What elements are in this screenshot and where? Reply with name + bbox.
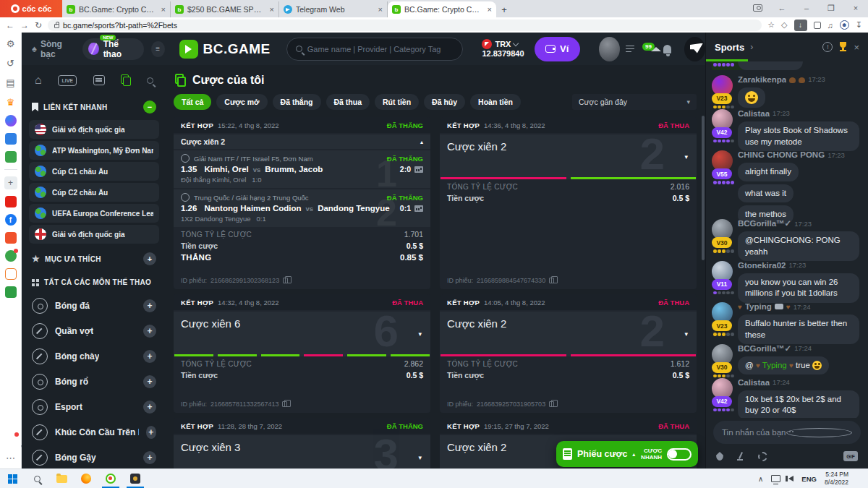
quick-link-item[interactable]: Giải vô địch quốc gia bbox=[29, 225, 159, 244]
download-active-icon[interactable]: ↓ bbox=[794, 20, 807, 31]
rain-icon[interactable] bbox=[716, 452, 723, 461]
filter-all[interactable]: Tất cả bbox=[174, 94, 211, 110]
reload-icon[interactable]: ↻ bbox=[35, 20, 42, 30]
chat-toggle-button[interactable] bbox=[684, 37, 705, 61]
cart-app-icon[interactable] bbox=[5, 268, 17, 280]
game-search-input[interactable]: Game name | Provider | Category Tag bbox=[286, 38, 464, 61]
restore-button[interactable]: ❐ bbox=[819, 0, 843, 16]
wallet-button[interactable]: Ví bbox=[535, 37, 580, 61]
quick-link-item[interactable]: Cúp C2 châu Âu bbox=[29, 183, 159, 202]
firefox-icon[interactable] bbox=[74, 469, 98, 488]
sidebar-item-baseball[interactable]: Bóng chày + bbox=[29, 343, 159, 369]
tab-close-icon[interactable]: × bbox=[378, 5, 383, 14]
tab-close-icon[interactable]: × bbox=[488, 5, 492, 14]
scrollbar[interactable] bbox=[702, 116, 705, 260]
add-favorite-button[interactable]: + bbox=[143, 252, 156, 265]
crown-icon[interactable]: ♛ bbox=[4, 95, 17, 108]
clock[interactable]: 5:24 PM8/4/2022 bbox=[825, 471, 848, 486]
messenger-icon[interactable] bbox=[5, 115, 17, 127]
filter-refund[interactable]: Hoàn tiền bbox=[470, 94, 521, 110]
taskbar-search-icon[interactable] bbox=[25, 469, 49, 488]
more-options-icon[interactable]: ⋯ bbox=[4, 451, 17, 464]
sidebar-item-esport[interactable]: Esport + bbox=[29, 394, 159, 419]
filter-open[interactable]: Cược mở bbox=[216, 94, 267, 110]
mention[interactable]: Typing bbox=[762, 361, 787, 369]
tab-close-icon[interactable]: × bbox=[270, 5, 274, 14]
shopping-app-icon[interactable] bbox=[5, 232, 17, 244]
chat-input[interactable]: Tin nhắn của bạn bbox=[713, 421, 861, 444]
sidebar-item-soccer[interactable]: Bóng đá + bbox=[29, 293, 159, 318]
tab-bcgame-1[interactable]: b BC.Game: Crypto Casino Gan × bbox=[62, 1, 171, 17]
expand-sport-button[interactable]: + bbox=[146, 426, 156, 439]
media-icon[interactable]: ♫ bbox=[827, 21, 833, 30]
games-icon[interactable] bbox=[5, 151, 17, 163]
bet-name-row[interactable]: Cược xiên 3 3 ▾ bbox=[174, 435, 430, 468]
quick-bet-toggle[interactable] bbox=[667, 448, 692, 461]
back-icon[interactable]: ← bbox=[6, 20, 14, 30]
expand-sport-button[interactable]: + bbox=[143, 451, 156, 464]
youtube-icon[interactable] bbox=[5, 196, 17, 207]
copy-icon[interactable] bbox=[549, 278, 554, 283]
bookmark-star-icon[interactable]: ☆ bbox=[767, 20, 775, 30]
bcgame-logo[interactable]: BC.GAME bbox=[179, 40, 271, 59]
expand-sport-button[interactable]: + bbox=[143, 299, 156, 312]
tray-expand-icon[interactable]: ∧ bbox=[758, 475, 763, 483]
sidebar-item-cricket[interactable]: Bóng Gậy + bbox=[29, 445, 159, 468]
copy-icon[interactable] bbox=[283, 278, 288, 283]
game-app-icon[interactable] bbox=[123, 469, 148, 488]
quick-link-item[interactable]: Giải vô địch quốc gia bbox=[29, 120, 159, 139]
sports-nav-button[interactable]: Thể thao NEW bbox=[82, 38, 143, 60]
trophy-icon[interactable] bbox=[838, 42, 848, 53]
profile-icon[interactable]: ☻ bbox=[840, 20, 849, 30]
network-icon[interactable] bbox=[771, 475, 780, 482]
copy-icon[interactable] bbox=[282, 401, 287, 407]
balance-selector[interactable]: TRX 12.8379840 bbox=[482, 39, 524, 59]
coccoc-brand-button[interactable]: cốc cốc bbox=[0, 0, 62, 17]
downloads-tray-icon[interactable]: ↧ bbox=[856, 20, 862, 30]
filter-cashout[interactable]: Rút tiền bbox=[375, 94, 419, 110]
volume-icon[interactable] bbox=[788, 476, 793, 481]
spreadsheet-app-icon[interactable] bbox=[5, 286, 17, 298]
expand-chevron-icon[interactable]: ▾ bbox=[418, 330, 422, 338]
expand-chevron-icon[interactable]: ▾ bbox=[684, 153, 688, 160]
sort-dropdown[interactable]: Cược gần đây▾ bbox=[572, 94, 697, 110]
chat-channel-label[interactable]: Sports bbox=[715, 42, 744, 53]
sidebar-item-basketball[interactable]: Bóng rổ + bbox=[29, 369, 159, 394]
stats-icon[interactable] bbox=[414, 205, 423, 212]
bet-name-row[interactable]: Cược xiên 6 6 ▾ bbox=[174, 312, 430, 356]
start-button[interactable] bbox=[0, 469, 25, 488]
url-field[interactable]: bc.game/sports?bt-path=%2Fbets bbox=[48, 20, 762, 31]
filter-won[interactable]: Đã thắng bbox=[273, 94, 321, 110]
expand-sport-button[interactable]: + bbox=[143, 401, 156, 414]
stats-icon[interactable] bbox=[414, 166, 423, 173]
expand-sport-button[interactable]: + bbox=[143, 350, 156, 363]
history-icon[interactable]: ↺ bbox=[4, 56, 17, 69]
shield-icon[interactable]: ◇ bbox=[781, 20, 787, 30]
tab-bcgame-promo[interactable]: b $250 BC.GAME SPORTS PARL × bbox=[171, 1, 279, 17]
betslip-button[interactable]: Phiếu cược ▴ CƯỢCNHANH bbox=[556, 441, 698, 467]
bet-name-row[interactable]: Cược xiên 2 2 ▾ bbox=[440, 312, 697, 356]
expand-chevron-icon[interactable]: ▾ bbox=[684, 330, 688, 338]
home-icon[interactable]: ⌂ bbox=[35, 74, 42, 87]
emoji-picker-icon[interactable] bbox=[786, 428, 852, 437]
facebook-icon[interactable]: f bbox=[5, 214, 17, 226]
close-button[interactable]: × bbox=[843, 0, 868, 16]
tab-close-icon[interactable]: × bbox=[161, 5, 166, 14]
promo-app-icon[interactable] bbox=[5, 250, 17, 262]
expand-sport-button[interactable]: + bbox=[143, 375, 156, 388]
collapse-quick-links-button[interactable]: − bbox=[143, 100, 156, 114]
filter-lost[interactable]: Đã thua bbox=[326, 94, 370, 110]
quick-link-item[interactable]: UEFA Europa Conference League bbox=[29, 204, 159, 223]
casino-nav-button[interactable]: ♠ Sòng bạc bbox=[32, 39, 72, 59]
sidebar-item-ice-hockey[interactable]: Khúc Côn Cầu Trên Băng + bbox=[29, 419, 159, 445]
extensions-icon[interactable] bbox=[814, 22, 821, 29]
expand-sport-button[interactable]: + bbox=[143, 325, 156, 338]
minimize-button[interactable]: – bbox=[794, 0, 819, 16]
gif-picker-icon[interactable]: GIF bbox=[843, 451, 858, 461]
tab-bcgame-active[interactable]: b BC.Game: Crypto Casino Gan × bbox=[388, 1, 496, 17]
history-back-icon[interactable]: ← bbox=[770, 0, 794, 16]
collapse-chevron-icon[interactable]: ▴ bbox=[420, 139, 423, 145]
copy-icon[interactable] bbox=[549, 401, 554, 407]
notifications-icon[interactable] bbox=[663, 45, 671, 53]
close-chat-icon[interactable]: × bbox=[854, 42, 859, 53]
